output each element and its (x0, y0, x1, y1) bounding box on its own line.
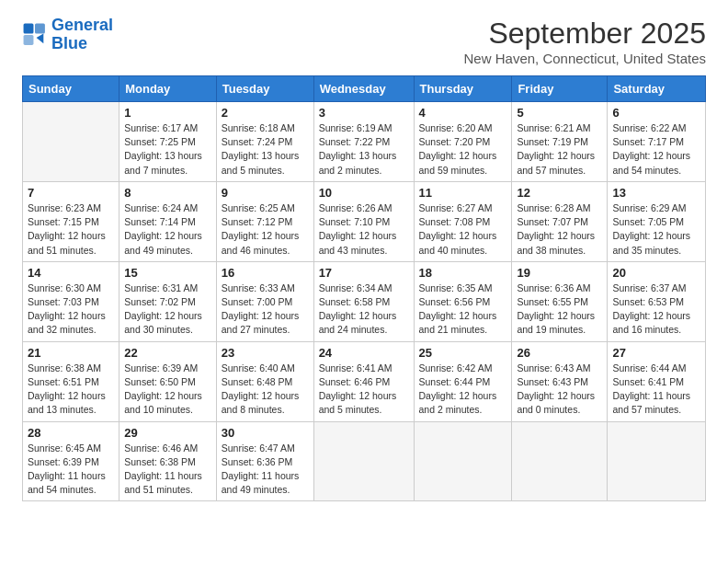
day-info: Sunrise: 6:46 AMSunset: 6:38 PMDaylight:… (124, 442, 211, 498)
day-number: 22 (124, 346, 211, 360)
day-number: 15 (124, 266, 211, 280)
svg-rect-2 (24, 35, 34, 45)
calendar-cell: 29Sunrise: 6:46 AMSunset: 6:38 PMDayligh… (119, 421, 217, 501)
day-info: Sunrise: 6:18 AMSunset: 7:24 PMDaylight:… (222, 121, 309, 178)
day-number: 11 (419, 186, 507, 200)
day-number: 25 (419, 346, 507, 360)
day-info: Sunrise: 6:25 AMSunset: 7:12 PMDaylight:… (222, 201, 309, 258)
col-monday: Monday (119, 76, 217, 102)
day-info: Sunrise: 6:34 AMSunset: 6:58 PMDaylight:… (319, 282, 409, 338)
calendar-cell (313, 421, 414, 501)
day-info: Sunrise: 6:41 AMSunset: 6:46 PMDaylight:… (319, 362, 409, 418)
day-number: 13 (612, 186, 700, 200)
day-number: 29 (124, 426, 211, 440)
calendar-cell: 11Sunrise: 6:27 AMSunset: 7:08 PMDayligh… (414, 181, 512, 261)
calendar-cell: 1Sunrise: 6:17 AMSunset: 7:25 PMDaylight… (119, 102, 217, 182)
day-number: 8 (124, 186, 211, 200)
calendar-cell: 7Sunrise: 6:23 AMSunset: 7:15 PMDaylight… (23, 181, 119, 261)
day-number: 1 (124, 106, 211, 120)
calendar-cell: 19Sunrise: 6:36 AMSunset: 6:55 PMDayligh… (512, 261, 608, 341)
col-sunday: Sunday (23, 76, 119, 102)
day-info: Sunrise: 6:31 AMSunset: 7:02 PMDaylight:… (124, 282, 211, 338)
day-number: 4 (419, 106, 507, 120)
day-info: Sunrise: 6:33 AMSunset: 7:00 PMDaylight:… (222, 282, 309, 338)
calendar-cell: 26Sunrise: 6:43 AMSunset: 6:43 PMDayligh… (512, 341, 608, 421)
day-info: Sunrise: 6:19 AMSunset: 7:22 PMDaylight:… (319, 121, 409, 178)
day-info: Sunrise: 6:27 AMSunset: 7:08 PMDaylight:… (419, 201, 507, 258)
day-info: Sunrise: 6:24 AMSunset: 7:14 PMDaylight:… (124, 201, 211, 258)
day-info: Sunrise: 6:43 AMSunset: 6:43 PMDaylight:… (517, 362, 602, 418)
day-number: 19 (517, 266, 602, 280)
day-info: Sunrise: 6:36 AMSunset: 6:55 PMDaylight:… (517, 282, 602, 338)
header: General Blue September 2025 New Haven, C… (22, 17, 706, 66)
day-number: 10 (319, 186, 409, 200)
week-row-0: 1Sunrise: 6:17 AMSunset: 7:25 PMDaylight… (23, 102, 706, 182)
calendar-title: September 2025 (464, 17, 706, 51)
calendar-cell: 3Sunrise: 6:19 AMSunset: 7:22 PMDaylight… (313, 102, 414, 182)
day-number: 7 (28, 186, 114, 200)
day-info: Sunrise: 6:26 AMSunset: 7:10 PMDaylight:… (319, 201, 409, 258)
calendar-cell (23, 102, 119, 182)
day-number: 18 (419, 266, 507, 280)
header-row: Sunday Monday Tuesday Wednesday Thursday… (23, 76, 706, 102)
day-number: 26 (517, 346, 602, 360)
calendar-cell: 6Sunrise: 6:22 AMSunset: 7:17 PMDaylight… (608, 102, 706, 182)
title-block: September 2025 New Haven, Connecticut, U… (464, 17, 706, 66)
day-info: Sunrise: 6:40 AMSunset: 6:48 PMDaylight:… (222, 362, 309, 418)
day-info: Sunrise: 6:21 AMSunset: 7:19 PMDaylight:… (517, 121, 602, 178)
calendar-cell: 23Sunrise: 6:40 AMSunset: 6:48 PMDayligh… (216, 341, 313, 421)
calendar-cell (608, 421, 706, 501)
calendar-cell: 9Sunrise: 6:25 AMSunset: 7:12 PMDaylight… (216, 181, 313, 261)
day-info: Sunrise: 6:35 AMSunset: 6:56 PMDaylight:… (419, 282, 507, 338)
day-number: 28 (28, 426, 114, 440)
col-friday: Friday (512, 76, 608, 102)
day-number: 9 (222, 186, 309, 200)
day-number: 23 (222, 346, 309, 360)
day-info: Sunrise: 6:38 AMSunset: 6:51 PMDaylight:… (28, 362, 114, 418)
calendar-cell: 24Sunrise: 6:41 AMSunset: 6:46 PMDayligh… (313, 341, 414, 421)
logo: General Blue (22, 17, 113, 53)
week-row-3: 21Sunrise: 6:38 AMSunset: 6:51 PMDayligh… (23, 341, 706, 421)
week-row-4: 28Sunrise: 6:45 AMSunset: 6:39 PMDayligh… (23, 421, 706, 501)
day-number: 17 (319, 266, 409, 280)
calendar-cell: 13Sunrise: 6:29 AMSunset: 7:05 PMDayligh… (608, 181, 706, 261)
calendar-cell: 27Sunrise: 6:44 AMSunset: 6:41 PMDayligh… (608, 341, 706, 421)
page: General Blue September 2025 New Haven, C… (0, 0, 728, 563)
day-info: Sunrise: 6:17 AMSunset: 7:25 PMDaylight:… (124, 121, 211, 178)
svg-rect-1 (35, 23, 45, 33)
day-number: 12 (517, 186, 602, 200)
calendar-cell (512, 421, 608, 501)
calendar-cell: 4Sunrise: 6:20 AMSunset: 7:20 PMDaylight… (414, 102, 512, 182)
logo-text: General Blue (51, 17, 113, 53)
day-info: Sunrise: 6:44 AMSunset: 6:41 PMDaylight:… (612, 362, 700, 418)
calendar-cell: 21Sunrise: 6:38 AMSunset: 6:51 PMDayligh… (23, 341, 119, 421)
calendar-cell: 16Sunrise: 6:33 AMSunset: 7:00 PMDayligh… (216, 261, 313, 341)
calendar-cell: 17Sunrise: 6:34 AMSunset: 6:58 PMDayligh… (313, 261, 414, 341)
calendar-cell: 5Sunrise: 6:21 AMSunset: 7:19 PMDaylight… (512, 102, 608, 182)
day-info: Sunrise: 6:30 AMSunset: 7:03 PMDaylight:… (28, 282, 114, 338)
day-info: Sunrise: 6:39 AMSunset: 6:50 PMDaylight:… (124, 362, 211, 418)
calendar-cell: 18Sunrise: 6:35 AMSunset: 6:56 PMDayligh… (414, 261, 512, 341)
calendar-cell: 20Sunrise: 6:37 AMSunset: 6:53 PMDayligh… (608, 261, 706, 341)
calendar-cell: 14Sunrise: 6:30 AMSunset: 7:03 PMDayligh… (23, 261, 119, 341)
svg-marker-3 (37, 33, 44, 43)
day-info: Sunrise: 6:42 AMSunset: 6:44 PMDaylight:… (419, 362, 507, 418)
calendar-cell: 22Sunrise: 6:39 AMSunset: 6:50 PMDayligh… (119, 341, 217, 421)
day-number: 14 (28, 266, 114, 280)
calendar-cell: 15Sunrise: 6:31 AMSunset: 7:02 PMDayligh… (119, 261, 217, 341)
col-saturday: Saturday (608, 76, 706, 102)
day-info: Sunrise: 6:45 AMSunset: 6:39 PMDaylight:… (28, 442, 114, 498)
week-row-1: 7Sunrise: 6:23 AMSunset: 7:15 PMDaylight… (23, 181, 706, 261)
svg-rect-0 (24, 23, 34, 33)
calendar-cell: 25Sunrise: 6:42 AMSunset: 6:44 PMDayligh… (414, 341, 512, 421)
day-number: 20 (612, 266, 700, 280)
calendar-cell: 30Sunrise: 6:47 AMSunset: 6:36 PMDayligh… (216, 421, 313, 501)
calendar-cell: 10Sunrise: 6:26 AMSunset: 7:10 PMDayligh… (313, 181, 414, 261)
logo-line2: Blue (51, 34, 87, 52)
day-number: 6 (612, 106, 700, 120)
calendar-subtitle: New Haven, Connecticut, United States (464, 51, 706, 66)
day-number: 27 (612, 346, 700, 360)
day-number: 21 (28, 346, 114, 360)
day-info: Sunrise: 6:47 AMSunset: 6:36 PMDaylight:… (222, 442, 309, 498)
day-number: 16 (222, 266, 309, 280)
